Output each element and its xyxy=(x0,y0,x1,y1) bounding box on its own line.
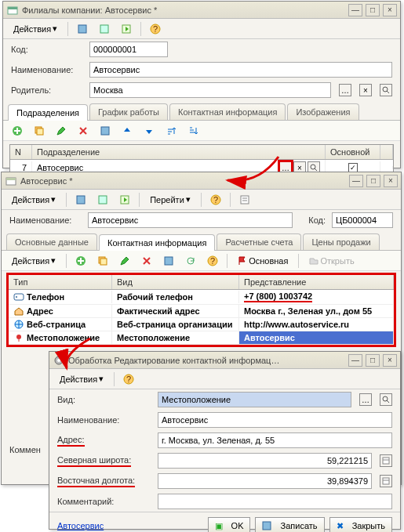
save-icon[interactable] xyxy=(96,123,115,139)
open-button[interactable]: Открыть xyxy=(304,253,359,269)
lat-calc-button[interactable] xyxy=(380,454,392,467)
svg-rect-18 xyxy=(99,196,107,204)
name-input[interactable] xyxy=(88,212,293,228)
actions-menu[interactable]: Действия ▾ xyxy=(6,192,61,208)
select-button[interactable]: … xyxy=(339,84,351,96)
svg-point-36 xyxy=(57,359,60,362)
minimize-button[interactable]: — xyxy=(348,4,362,16)
minimize-button[interactable]: — xyxy=(348,354,362,367)
col-kind[interactable]: Вид xyxy=(112,275,239,289)
svg-rect-45 xyxy=(263,522,271,530)
ok-button[interactable]: ▣ OK xyxy=(208,517,251,532)
main-flag-button[interactable]: Основная xyxy=(232,253,293,269)
svg-rect-16 xyxy=(6,178,16,180)
kind-select-button[interactable]: … xyxy=(359,393,372,406)
tab-units[interactable]: Подразделения xyxy=(8,104,88,121)
list-icon[interactable] xyxy=(73,21,92,37)
reread-icon[interactable] xyxy=(95,21,114,37)
svg-rect-41 xyxy=(383,458,389,464)
goto-menu[interactable]: Перейти ▾ xyxy=(144,192,196,208)
open-button[interactable] xyxy=(380,84,392,96)
svg-rect-27 xyxy=(100,259,107,265)
parent-input[interactable] xyxy=(89,82,331,98)
tab-schedule[interactable]: График работы xyxy=(89,103,168,120)
kind-input[interactable] xyxy=(158,392,351,407)
contacts-toolbar: Действия ▾ ? Основная Открыть xyxy=(2,251,401,271)
svg-rect-2 xyxy=(78,25,86,33)
go-icon[interactable] xyxy=(117,21,136,37)
col-unit[interactable]: Подразделение xyxy=(32,145,326,159)
add-icon[interactable] xyxy=(71,253,90,269)
copy-icon[interactable] xyxy=(93,253,112,269)
tab-contacts[interactable]: Контактная информация xyxy=(99,234,215,251)
go-icon[interactable] xyxy=(115,192,134,208)
add-icon[interactable] xyxy=(8,123,27,139)
svg-line-40 xyxy=(387,400,389,403)
down-icon[interactable] xyxy=(140,123,158,139)
save-icon[interactable] xyxy=(159,253,178,269)
contacts-grid: Тип Вид Представление Телефон Рабочий те… xyxy=(8,274,395,346)
titlebar: Филиалы компании: Автосервис * — □ × xyxy=(3,2,400,19)
clear-button[interactable]: × xyxy=(359,84,372,96)
tab-contacts[interactable]: Контактная информация xyxy=(169,103,286,120)
svg-rect-11 xyxy=(37,128,43,135)
reread-icon[interactable] xyxy=(93,192,112,208)
lon-label: Восточная долгота: xyxy=(57,476,151,487)
minimize-button[interactable]: — xyxy=(349,175,363,187)
col-n[interactable]: N xyxy=(10,145,32,159)
lon-input[interactable] xyxy=(158,473,372,489)
maximize-button[interactable]: □ xyxy=(366,4,380,16)
col-main[interactable]: Основной xyxy=(326,145,380,159)
name-input[interactable] xyxy=(158,412,392,428)
code-input[interactable] xyxy=(89,42,168,57)
close-button[interactable]: × xyxy=(384,175,398,187)
col-type[interactable]: Тип xyxy=(9,275,112,289)
refresh-icon[interactable] xyxy=(181,253,200,269)
tab-accounts[interactable]: Расчетные счета xyxy=(217,233,301,250)
maximize-button[interactable]: □ xyxy=(366,354,380,367)
tab-main[interactable]: Основные данные xyxy=(6,233,97,250)
write-button[interactable]: Записать xyxy=(255,517,324,532)
help-icon[interactable]: ? xyxy=(146,21,165,37)
tab-prices[interactable]: Цены продажи xyxy=(303,233,379,250)
lat-input[interactable] xyxy=(158,453,372,469)
help-icon[interactable]: ? xyxy=(206,192,225,208)
svg-rect-22 xyxy=(241,196,249,204)
col-repr[interactable]: Представление xyxy=(239,275,394,289)
svg-rect-31 xyxy=(14,294,24,300)
edit-icon[interactable] xyxy=(115,253,134,269)
form-icon[interactable] xyxy=(235,192,254,208)
close-button[interactable]: × xyxy=(383,4,397,16)
footer: Автосервис ▣ OK Записать ✖ Закрыть xyxy=(49,512,400,532)
help-icon[interactable]: ? xyxy=(119,371,138,387)
subactions-menu[interactable]: Действия ▾ xyxy=(6,253,61,269)
code-input[interactable] xyxy=(332,212,393,228)
window-title: Филиалы компании: Автосервис * xyxy=(22,5,348,15)
footer-link[interactable]: Автосервис xyxy=(57,521,104,530)
name-label: Наименование: xyxy=(57,415,151,425)
comment-input[interactable] xyxy=(158,494,392,509)
name-input[interactable] xyxy=(89,62,392,78)
delete-icon[interactable] xyxy=(74,123,93,139)
close-button[interactable]: ✖ Закрыть xyxy=(329,517,392,532)
maximize-button[interactable]: □ xyxy=(366,175,380,187)
addr-input[interactable] xyxy=(158,432,392,448)
globe-icon xyxy=(13,320,24,329)
actions-menu[interactable]: Действия ▾ xyxy=(8,21,63,37)
tab-images[interactable]: Изображения xyxy=(287,103,359,120)
actions-menu[interactable]: Действия ▾ xyxy=(54,371,109,387)
lon-calc-button[interactable] xyxy=(380,475,392,487)
up-icon[interactable] xyxy=(118,123,136,139)
sort-asc-icon[interactable] xyxy=(162,123,180,139)
close-button[interactable]: × xyxy=(383,354,397,367)
delete-icon[interactable] xyxy=(137,253,156,269)
edit-icon[interactable] xyxy=(52,123,71,139)
grid-toolbar xyxy=(3,121,400,141)
copy-icon[interactable] xyxy=(30,123,49,139)
sort-desc-icon[interactable] xyxy=(184,123,202,139)
kind-open-button[interactable] xyxy=(380,393,392,406)
help-icon[interactable]: ? xyxy=(203,253,222,269)
list-icon[interactable] xyxy=(71,192,90,208)
svg-rect-3 xyxy=(100,25,108,33)
toolbar: Действия ▾ Перейти ▾ ? xyxy=(2,190,401,210)
